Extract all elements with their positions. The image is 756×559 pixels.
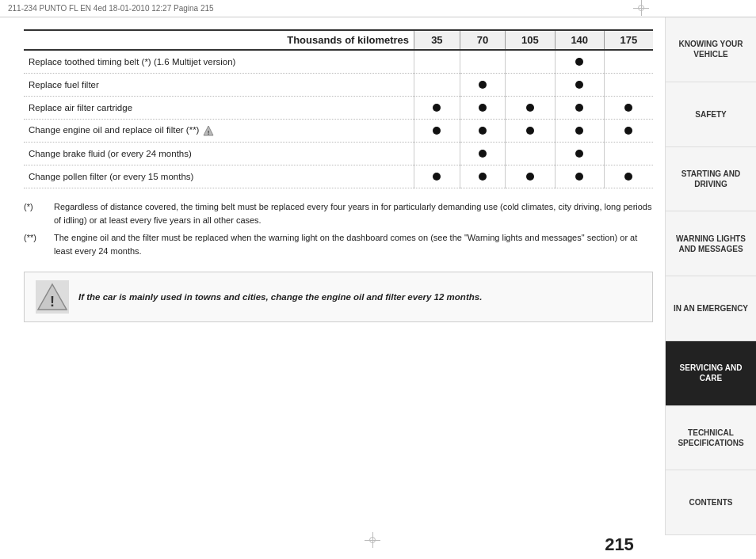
warning-triangle-icon: ! xyxy=(36,280,69,314)
warning-box: ! If the car is mainly used in towns and… xyxy=(24,272,653,322)
dot-cell-r4-c2 xyxy=(506,143,555,165)
sidebar-item-1[interactable]: SAFETY xyxy=(666,82,756,147)
dot-cell-r0-c1 xyxy=(460,50,506,74)
footnote-1-marker: (*) xyxy=(24,200,48,226)
dot-cell-r3-c0 xyxy=(414,120,460,143)
footnote-2-marker: (**) xyxy=(24,231,48,257)
row-label-4: Change brake fluid (or every 24 months) xyxy=(24,143,414,165)
print-info: 211-234 PUNTO FL EN 4ed 18-01-2010 12:27… xyxy=(8,4,214,13)
sidebar-item-3[interactable]: WARNING LIGHTS AND MESSAGES xyxy=(666,211,756,276)
table-header-label: Thousands of kilometres xyxy=(24,30,414,50)
dot-cell-r2-c2 xyxy=(506,97,555,120)
dot-cell-r4-c0 xyxy=(414,143,460,165)
dot-cell-r3-c2 xyxy=(506,120,555,143)
sidebar-item-7[interactable]: CONTENTS xyxy=(666,470,756,535)
dot-cell-r0-c3 xyxy=(555,50,604,74)
footnotes: (*) Regardless of distance covered, the … xyxy=(24,200,653,257)
dot-cell-r0-c4 xyxy=(604,50,653,74)
dot-cell-r3-c3 xyxy=(555,120,604,143)
main-content: Thousands of kilometres 35 70 105 140 17… xyxy=(16,17,661,535)
sidebar-item-0[interactable]: KNOWING YOUR VEHICLE xyxy=(666,17,756,82)
sidebar-item-5[interactable]: SERVICING AND CARE xyxy=(666,341,756,406)
dot-cell-r1-c4 xyxy=(604,74,653,97)
dot-cell-r3-c4 xyxy=(604,120,653,143)
table-row: Change pollen filter (or every 15 months… xyxy=(24,165,653,188)
table-header-col-175: 175 xyxy=(604,30,653,50)
row-label-2: Replace air filter cartridge xyxy=(24,97,414,120)
row-label-3: Change engine oil and replace oil filter… xyxy=(24,120,414,143)
table-row: Replace toothed timing belt (*) (1.6 Mul… xyxy=(24,50,653,74)
table-row: Replace air filter cartridge xyxy=(24,97,653,120)
dot-cell-r5-c1 xyxy=(460,165,506,188)
dot-cell-r2-c4 xyxy=(604,97,653,120)
warning-text: If the car is mainly used in towns and c… xyxy=(78,292,482,302)
sidebar: KNOWING YOUR VEHICLESAFETYSTARTING AND D… xyxy=(665,17,756,535)
footnote-1-text: Regardless of distance covered, the timi… xyxy=(54,200,653,226)
table-row: Change brake fluid (or every 24 months) xyxy=(24,143,653,165)
svg-text:!: ! xyxy=(50,294,55,310)
dot-cell-r4-c4 xyxy=(604,143,653,165)
dot-cell-r1-c1 xyxy=(460,74,506,97)
dot-cell-r2-c3 xyxy=(555,97,604,120)
dot-cell-r5-c2 xyxy=(506,165,555,188)
dot-cell-r4-c3 xyxy=(555,143,604,165)
page-number: 215 xyxy=(574,534,665,555)
row-label-1: Replace fuel filter xyxy=(24,74,414,97)
dot-cell-r1-c2 xyxy=(506,74,555,97)
sidebar-item-4[interactable]: IN AN EMERGENCY xyxy=(666,276,756,341)
dot-cell-r0-c2 xyxy=(506,50,555,74)
dot-cell-r5-c4 xyxy=(604,165,653,188)
print-header: 211-234 PUNTO FL EN 4ed 18-01-2010 12:27… xyxy=(0,0,756,17)
dot-cell-r3-c1 xyxy=(460,120,506,143)
dot-cell-r2-c1 xyxy=(460,97,506,120)
table-header-row: Thousands of kilometres 35 70 105 140 17… xyxy=(24,30,653,50)
sidebar-item-2[interactable]: STARTING AND DRIVING xyxy=(666,147,756,212)
crosshair-bottom xyxy=(365,532,380,548)
dot-cell-r0-c0 xyxy=(414,50,460,74)
table-row: Replace fuel filter xyxy=(24,74,653,97)
table-header-col-35: 35 xyxy=(414,30,460,50)
dot-cell-r1-c3 xyxy=(555,74,604,97)
footnote-2: (**) The engine oil and the filter must … xyxy=(24,231,653,257)
svg-text:!: ! xyxy=(208,129,210,136)
dot-cell-r4-c1 xyxy=(460,143,506,165)
dot-cell-r5-c0 xyxy=(414,165,460,188)
dot-cell-r1-c0 xyxy=(414,74,460,97)
oil-warning-icon: ! xyxy=(203,125,214,136)
footnote-2-text: The engine oil and the filter must be re… xyxy=(54,231,653,257)
footnote-1: (*) Regardless of distance covered, the … xyxy=(24,200,653,226)
row-label-0: Replace toothed timing belt (*) (1.6 Mul… xyxy=(24,50,414,74)
table-header-col-105: 105 xyxy=(506,30,555,50)
dot-cell-r5-c3 xyxy=(555,165,604,188)
dot-cell-r2-c0 xyxy=(414,97,460,120)
table-row: Change engine oil and replace oil filter… xyxy=(24,120,653,143)
maintenance-table: Thousands of kilometres 35 70 105 140 17… xyxy=(24,29,653,188)
table-header-col-70: 70 xyxy=(460,30,506,50)
sidebar-item-6[interactable]: TECHNICAL SPECIFICATIONS xyxy=(666,406,756,471)
row-label-5: Change pollen filter (or every 15 months… xyxy=(24,165,414,188)
table-header-col-140: 140 xyxy=(555,30,604,50)
